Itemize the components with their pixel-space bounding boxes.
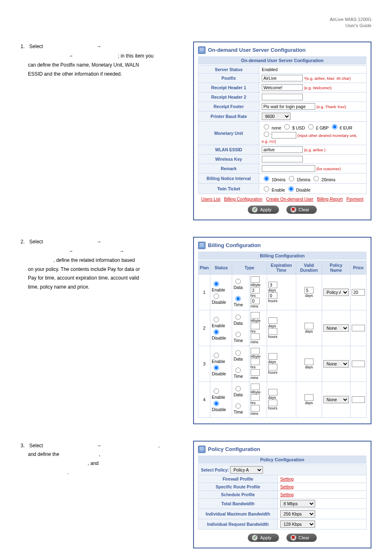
panel1-title: On-demand User Server Configuration [208, 47, 306, 53]
link-create[interactable]: Create On-demand User [266, 197, 314, 201]
type-data[interactable] [235, 386, 241, 391]
route-setting[interactable]: Setting [280, 484, 294, 489]
status-enable[interactable] [214, 281, 219, 287]
valid-u: days [305, 401, 313, 405]
bi-15-lbl: 15mins [297, 177, 311, 182]
essid-input[interactable] [262, 146, 303, 153]
mins-input[interactable] [251, 298, 260, 304]
remark-note: (for customer) [316, 166, 341, 171]
link-billing[interactable]: Billing Configuration [224, 197, 262, 201]
doc-title: User's Guide [346, 23, 371, 28]
select-policy[interactable]: Policy A [230, 466, 263, 474]
days-lbl: days [268, 324, 276, 328]
mins-input[interactable] [251, 369, 260, 376]
status-enable[interactable] [214, 317, 219, 322]
status-disable[interactable] [214, 294, 219, 299]
th-price: Price [350, 261, 366, 274]
wkey-input[interactable] [262, 156, 303, 162]
mon-other-input[interactable] [272, 132, 296, 139]
postfix-note: *(e.g. airlive, Max: 40 char) [304, 76, 351, 81]
rh1-input[interactable] [262, 84, 303, 91]
mon-none[interactable] [264, 124, 269, 130]
exp-h-input[interactable] [268, 400, 277, 406]
type-data[interactable] [235, 350, 241, 356]
policy-select[interactable]: None [323, 396, 349, 403]
type-data[interactable] [235, 314, 241, 320]
link-report[interactable]: Billing Report [317, 197, 343, 201]
status-enable[interactable] [214, 388, 219, 394]
valid-input[interactable] [304, 394, 314, 401]
exp-m-input[interactable] [268, 282, 277, 288]
bi-15[interactable] [289, 176, 294, 181]
clear-button[interactable]: ✖Clear [286, 206, 317, 214]
postfix-input[interactable] [262, 75, 303, 81]
hrs-input[interactable] [251, 323, 260, 329]
baud-select[interactable]: 9600 [262, 113, 291, 120]
valid-input[interactable] [304, 323, 314, 329]
valid-input[interactable] [304, 287, 314, 294]
type-time[interactable] [235, 332, 241, 337]
clear-button[interactable]: ✖Clear [286, 534, 317, 542]
type-time[interactable] [235, 368, 241, 373]
mins-input[interactable] [251, 333, 260, 340]
policy-select[interactable]: None [323, 324, 349, 332]
mins-input[interactable] [251, 405, 260, 412]
hrs-input[interactable] [251, 358, 260, 365]
status-disable[interactable] [214, 329, 219, 335]
exp-h-input[interactable] [268, 292, 277, 299]
link-payment[interactable]: Payment [346, 197, 363, 201]
remark-input[interactable] [262, 165, 315, 172]
exp-input[interactable] [268, 317, 277, 324]
rh2-input[interactable] [262, 94, 303, 100]
twin-en[interactable] [264, 186, 269, 192]
type-time[interactable] [235, 403, 241, 409]
rfoot-input[interactable] [262, 103, 315, 110]
link-users[interactable]: Users List [201, 197, 221, 201]
exp-h-input[interactable] [268, 364, 277, 370]
type-data[interactable] [235, 279, 241, 284]
apply-button[interactable]: ✓Apply [248, 534, 279, 542]
days-lbl: days [268, 288, 276, 292]
valid-input[interactable] [304, 358, 314, 365]
panel1-subtitle: On-demand User Server Configuration [198, 56, 367, 65]
status-enable[interactable] [214, 353, 219, 358]
mbyte-input[interactable] [251, 276, 260, 283]
irb-select[interactable]: 128 Kbps [280, 520, 315, 528]
mbyte-input[interactable] [251, 348, 260, 354]
mon-eur[interactable] [332, 124, 337, 130]
price-input[interactable] [352, 325, 365, 331]
mon-other[interactable] [264, 132, 269, 137]
hrs-input[interactable] [251, 287, 260, 294]
exp-h-input[interactable] [268, 328, 277, 335]
exp-input[interactable] [268, 389, 277, 395]
twin-dis[interactable] [288, 186, 294, 192]
hrs-input[interactable] [251, 394, 260, 401]
status-disable[interactable] [214, 365, 219, 370]
price-input[interactable] [352, 361, 365, 367]
bi-20[interactable] [314, 176, 319, 181]
mbyte-input[interactable] [251, 384, 260, 390]
ondemand-panel: On-demand User Server Configuration On-d… [193, 42, 371, 220]
policy-select[interactable]: Policy A [323, 289, 349, 296]
status-disable[interactable] [214, 401, 219, 406]
panel-icon [198, 242, 205, 249]
mon-usd[interactable] [284, 124, 290, 130]
exp-input[interactable] [268, 353, 277, 360]
policy-select[interactable]: None [323, 360, 349, 368]
disable-lbl: Disable [212, 407, 226, 412]
tb-select[interactable]: 8 Mbps [280, 500, 315, 507]
step3-num: 3. [21, 442, 28, 451]
price-input[interactable] [352, 289, 365, 296]
mbyte-input[interactable] [251, 312, 260, 319]
imb-select[interactable]: 256 Kbps [280, 510, 315, 518]
type-time[interactable] [235, 296, 241, 301]
mon-gbp[interactable] [308, 124, 314, 130]
bi-10[interactable] [264, 176, 269, 181]
fw-setting[interactable]: Setting [280, 476, 294, 481]
price-input[interactable] [352, 396, 365, 403]
mbyte-lbl: Mbyte [251, 354, 261, 358]
plan-num: 2 [198, 310, 210, 346]
sched-setting[interactable]: Setting [280, 492, 294, 497]
table-row: 1 Enable Disable Data Time Mbyte hrs min… [198, 274, 367, 310]
apply-button[interactable]: ✓Apply [248, 206, 279, 214]
